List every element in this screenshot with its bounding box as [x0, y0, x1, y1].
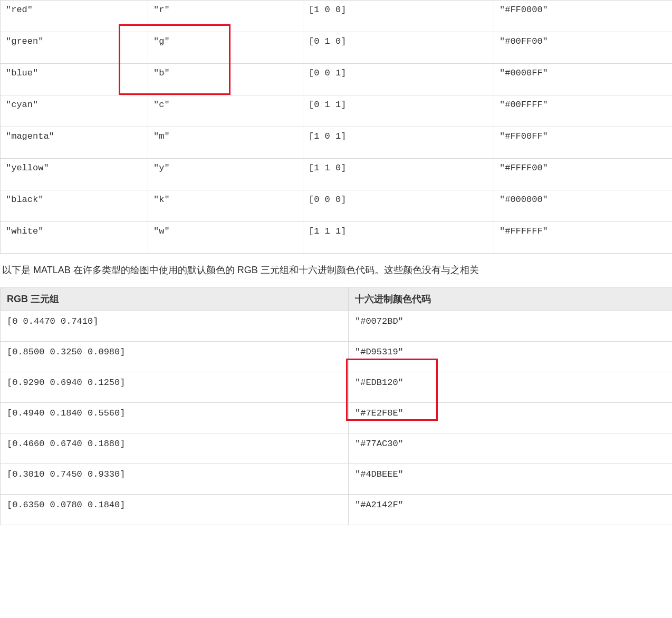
rgb-cell: [1 1 0]: [303, 159, 494, 177]
table-row: [0.4940 0.1840 0.5560] "#7E2F8E": [1, 403, 673, 433]
hex-cell: "#00FFFF": [494, 95, 672, 114]
color-name-cell: "magenta": [1, 127, 148, 146]
hex-cell: "#0072BD": [349, 311, 672, 332]
short-name-cell: "w": [148, 222, 303, 240]
color-name-cell: "black": [1, 190, 148, 209]
hex-cell: "#0000FF": [494, 64, 672, 82]
rgb-cell: [0.4940 0.1840 0.5560]: [1, 403, 348, 423]
hex-cell: "#FFFFFF": [494, 222, 672, 240]
hex-cell: "#7E2F8E": [349, 403, 672, 423]
table-row: "cyan" "c" [0 1 1] "#00FFFF": [1, 95, 673, 127]
short-name-cell: "c": [148, 95, 303, 114]
rgb-cell: [0 0.4470 0.7410]: [1, 311, 348, 332]
color-name-cell: "red": [1, 1, 148, 19]
hex-cell: "#FF0000": [494, 1, 672, 19]
table-row: "red" "r" [1 0 0] "#FF0000": [1, 1, 673, 32]
rgb-header: RGB 三元组: [1, 287, 349, 311]
short-name-cell: "g": [148, 32, 303, 51]
color-name-cell: "green": [1, 32, 148, 51]
color-name-cell: "white": [1, 222, 148, 240]
rgb-cell: [0 0 0]: [303, 190, 494, 209]
rgb-cell: [0.6350 0.0780 0.1840]: [1, 495, 348, 515]
hex-header: 十六进制颜色代码: [349, 287, 673, 311]
table-row: "blue" "b" [0 0 1] "#0000FF": [1, 64, 673, 95]
table-row: "green" "g" [0 1 0] "#00FF00": [1, 32, 673, 64]
table-row: [0 0.4470 0.7410] "#0072BD": [1, 311, 673, 342]
hex-cell: "#00FF00": [494, 32, 672, 51]
rgb-cell: [1 1 1]: [303, 222, 494, 240]
rgb-cell: [0.8500 0.3250 0.0980]: [1, 342, 348, 362]
hex-cell: "#FF00FF": [494, 127, 672, 146]
short-name-cell: "r": [148, 1, 303, 19]
rgb-cell: [1 0 1]: [303, 127, 494, 146]
hex-cell: "#D95319": [349, 342, 672, 362]
table-row: "yellow" "y" [1 1 0] "#FFFF00": [1, 159, 673, 190]
table-row: "black" "k" [0 0 0] "#000000": [1, 190, 673, 222]
table-row: [0.4660 0.6740 0.1880] "#77AC30": [1, 433, 673, 464]
rgb-cell: [0 1 1]: [303, 95, 494, 114]
hex-cell: "#4DBEEE": [349, 464, 672, 485]
hex-cell: "#000000": [494, 190, 672, 209]
color-name-cell: "blue": [1, 64, 148, 82]
rgb-cell: [1 0 0]: [303, 1, 494, 19]
hex-cell: "#77AC30": [349, 433, 672, 454]
color-names-table: "red" "r" [1 0 0] "#FF0000" "green" "g" …: [0, 0, 672, 254]
hex-cell: "#EDB120": [349, 372, 672, 393]
default-colors-table: RGB 三元组 十六进制颜色代码 [0 0.4470 0.7410] "#007…: [0, 287, 672, 525]
table-row: [0.8500 0.3250 0.0980] "#D95319": [1, 342, 673, 372]
short-name-cell: "m": [148, 127, 303, 146]
rgb-cell: [0.4660 0.6740 0.1880]: [1, 433, 348, 454]
rgb-cell: [0.9290 0.6940 0.1250]: [1, 372, 348, 393]
description-paragraph: 以下是 MATLAB 在许多类型的绘图中使用的默认颜色的 RGB 三元组和十六进…: [0, 254, 672, 287]
short-name-cell: "k": [148, 190, 303, 209]
table-row: "white" "w" [1 1 1] "#FFFFFF": [1, 222, 673, 254]
hex-cell: "#A2142F": [349, 495, 672, 515]
short-name-cell: "y": [148, 159, 303, 177]
hex-cell: "#FFFF00": [494, 159, 672, 177]
table-row: [0.6350 0.0780 0.1840] "#A2142F": [1, 495, 673, 525]
table-row: [0.9290 0.6940 0.1250] "#EDB120": [1, 372, 673, 403]
color-name-cell: "yellow": [1, 159, 148, 177]
short-name-cell: "b": [148, 64, 303, 82]
table-row: "magenta" "m" [1 0 1] "#FF00FF": [1, 127, 673, 159]
rgb-cell: [0.3010 0.7450 0.9330]: [1, 464, 348, 485]
color-name-cell: "cyan": [1, 95, 148, 114]
table-row: [0.3010 0.7450 0.9330] "#4DBEEE": [1, 464, 673, 495]
rgb-cell: [0 1 0]: [303, 32, 494, 51]
rgb-cell: [0 0 1]: [303, 64, 494, 82]
